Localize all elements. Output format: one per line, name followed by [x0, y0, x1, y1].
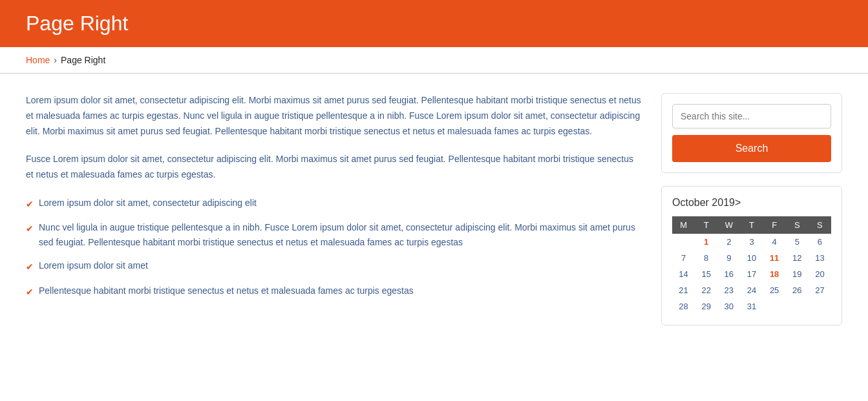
calendar-day [809, 298, 831, 314]
calendar-widget: October 2019> M T W T F S S [661, 186, 842, 325]
calendar-day[interactable]: 15 [695, 266, 717, 282]
check-icon: ✔ [26, 197, 34, 211]
calendar-table: M T W T F S S 1 2 3 4 [672, 216, 831, 314]
calendar-day[interactable]: 30 [717, 298, 740, 314]
calendar-week-row: 14 15 16 17 18 19 20 [672, 266, 831, 282]
list-item-text: Pellentesque habitant morbi tristique se… [39, 283, 414, 298]
calendar-day[interactable]: 17 [740, 266, 763, 282]
calendar-week-row: 28 29 30 31 [672, 298, 831, 314]
calendar-week-row: 1 2 3 4 5 6 [672, 234, 831, 250]
list-item: ✔ Nunc vel ligula in augue tristique pel… [26, 220, 642, 249]
calendar-day[interactable]: 1 [695, 234, 717, 250]
calendar-day[interactable]: 16 [717, 266, 740, 282]
calendar-day[interactable]: 25 [763, 282, 786, 298]
calendar-day-header: T [740, 216, 763, 234]
search-widget: Search [661, 93, 842, 173]
main-container: Lorem ipsum dolor sit amet, consectetur … [0, 74, 868, 358]
breadcrumb-separator: › [54, 55, 57, 65]
check-icon: ✔ [26, 285, 34, 299]
calendar-day[interactable]: 6 [809, 234, 831, 250]
calendar-day[interactable]: 29 [695, 298, 717, 314]
breadcrumb-home-link[interactable]: Home [26, 55, 50, 65]
calendar-day[interactable]: 8 [695, 250, 717, 266]
calendar-day[interactable]: 26 [786, 282, 809, 298]
calendar-day[interactable]: 21 [672, 282, 695, 298]
calendar-days-header-row: M T W T F S S [672, 216, 831, 234]
breadcrumb: Home › Page Right [0, 47, 868, 74]
content-paragraph-1: Lorem ipsum dolor sit amet, consectetur … [26, 93, 642, 139]
calendar-thead: M T W T F S S [672, 216, 831, 234]
calendar-day [763, 298, 786, 314]
calendar-day[interactable]: 24 [740, 282, 763, 298]
sidebar: Search October 2019> M T W T F S S [661, 93, 842, 338]
calendar-day-header: W [717, 216, 740, 234]
calendar-day[interactable]: 5 [786, 234, 809, 250]
breadcrumb-current: Page Right [61, 55, 105, 65]
list-item-text: Lorem ipsum dolor sit amet [39, 258, 148, 272]
calendar-day-header: S [786, 216, 809, 234]
calendar-day[interactable]: 20 [809, 266, 831, 282]
search-button[interactable]: Search [672, 135, 831, 162]
header-title: Page Right [26, 12, 842, 36]
calendar-day[interactable]: 27 [809, 282, 831, 298]
calendar-day[interactable]: 9 [717, 250, 740, 266]
calendar-body: 1 2 3 4 5 6 7 8 9 10 11 12 13 [672, 234, 831, 314]
list-item: ✔ Pellentesque habitant morbi tristique … [26, 283, 642, 299]
calendar-day [786, 298, 809, 314]
calendar-week-row: 21 22 23 24 25 26 27 [672, 282, 831, 298]
check-icon: ✔ [26, 260, 34, 274]
calendar-day [672, 234, 695, 250]
calendar-month-label: October 2019> [672, 197, 741, 209]
calendar-day[interactable]: 11 [763, 250, 786, 266]
checklist: ✔ Lorem ipsum dolor sit amet, consectetu… [26, 196, 642, 299]
calendar-day[interactable]: 13 [809, 250, 831, 266]
calendar-day-header: F [763, 216, 786, 234]
calendar-day[interactable]: 23 [717, 282, 740, 298]
calendar-day[interactable]: 12 [786, 250, 809, 266]
calendar-day[interactable]: 4 [763, 234, 786, 250]
search-input[interactable] [672, 104, 831, 129]
calendar-day[interactable]: 28 [672, 298, 695, 314]
calendar-day-header: M [672, 216, 695, 234]
list-item: ✔ Lorem ipsum dolor sit amet, consectetu… [26, 196, 642, 211]
content-area: Lorem ipsum dolor sit amet, consectetur … [26, 93, 642, 338]
calendar-day[interactable]: 10 [740, 250, 763, 266]
check-icon: ✔ [26, 221, 34, 236]
calendar-header: October 2019> [672, 197, 831, 209]
content-paragraph-2: Fusce Lorem ipsum dolor sit amet, consec… [26, 152, 642, 183]
calendar-day[interactable]: 31 [740, 298, 763, 314]
calendar-day-header: T [695, 216, 717, 234]
calendar-day[interactable]: 18 [763, 266, 786, 282]
list-item-text: Lorem ipsum dolor sit amet, consectetur … [39, 196, 257, 210]
calendar-day[interactable]: 7 [672, 250, 695, 266]
calendar-day[interactable]: 3 [740, 234, 763, 250]
calendar-day[interactable]: 22 [695, 282, 717, 298]
list-item: ✔ Lorem ipsum dolor sit amet [26, 258, 642, 274]
calendar-day[interactable]: 14 [672, 266, 695, 282]
calendar-week-row: 7 8 9 10 11 12 13 [672, 250, 831, 266]
list-item-text: Nunc vel ligula in augue tristique pelle… [39, 220, 642, 249]
calendar-day[interactable]: 19 [786, 266, 809, 282]
page-header: Page Right [0, 0, 868, 47]
calendar-day-header: S [809, 216, 831, 234]
calendar-day[interactable]: 2 [717, 234, 740, 250]
